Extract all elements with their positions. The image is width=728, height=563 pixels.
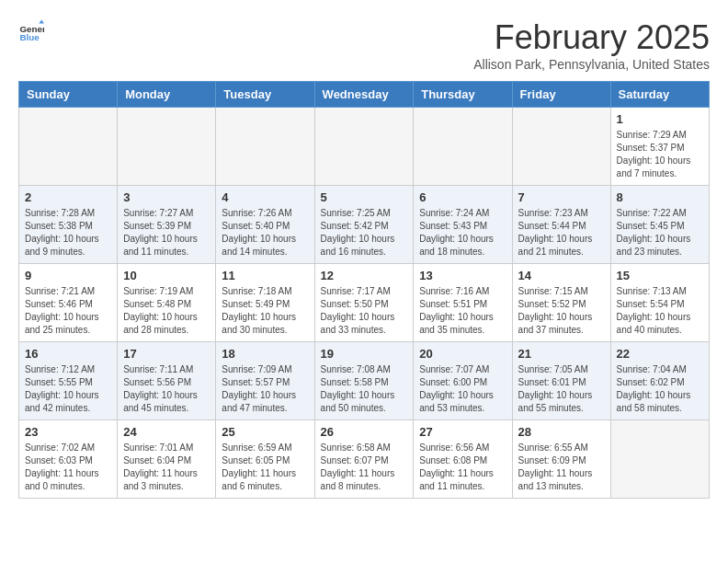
day-number: 5 xyxy=(321,190,408,204)
calendar-day: 20Sunrise: 7:07 AM Sunset: 6:00 PM Dayli… xyxy=(414,342,512,420)
day-info: Sunrise: 7:01 AM Sunset: 6:04 PM Dayligh… xyxy=(123,442,210,493)
day-info: Sunrise: 7:19 AM Sunset: 5:48 PM Dayligh… xyxy=(123,285,210,337)
calendar-day: 11Sunrise: 7:18 AM Sunset: 5:49 PM Dayli… xyxy=(216,264,314,342)
day-info: Sunrise: 7:21 AM Sunset: 5:46 PM Dayligh… xyxy=(25,285,111,337)
calendar-day: 18Sunrise: 7:09 AM Sunset: 5:57 PM Dayli… xyxy=(216,342,314,420)
day-number: 23 xyxy=(25,425,111,439)
calendar-day: 15Sunrise: 7:13 AM Sunset: 5:54 PM Dayli… xyxy=(610,264,709,342)
day-info: Sunrise: 7:15 AM Sunset: 5:52 PM Dayligh… xyxy=(518,285,605,337)
day-number: 25 xyxy=(222,425,308,439)
day-info: Sunrise: 7:27 AM Sunset: 5:39 PM Dayligh… xyxy=(123,207,210,259)
day-info: Sunrise: 7:11 AM Sunset: 5:56 PM Dayligh… xyxy=(123,363,210,415)
day-info: Sunrise: 7:04 AM Sunset: 6:02 PM Dayligh… xyxy=(617,363,703,415)
calendar-week-row: 23Sunrise: 7:02 AM Sunset: 6:03 PM Dayli… xyxy=(19,420,710,499)
day-number: 2 xyxy=(25,190,111,204)
day-number: 10 xyxy=(123,269,210,282)
calendar-day: 14Sunrise: 7:15 AM Sunset: 5:52 PM Dayli… xyxy=(512,264,610,342)
day-number: 3 xyxy=(123,190,210,204)
calendar-week-row: 1Sunrise: 7:29 AM Sunset: 5:37 PM Daylig… xyxy=(19,108,710,186)
logo: General Blue xyxy=(18,18,44,44)
calendar-day xyxy=(19,108,118,186)
calendar-day: 16Sunrise: 7:12 AM Sunset: 5:55 PM Dayli… xyxy=(19,342,118,420)
weekday-header-sunday: Sunday xyxy=(19,82,118,108)
day-info: Sunrise: 7:28 AM Sunset: 5:38 PM Dayligh… xyxy=(25,207,111,259)
day-info: Sunrise: 7:29 AM Sunset: 5:37 PM Dayligh… xyxy=(617,129,703,180)
day-info: Sunrise: 7:22 AM Sunset: 5:45 PM Dayligh… xyxy=(617,207,703,259)
weekday-header-row: SundayMondayTuesdayWednesdayThursdayFrid… xyxy=(19,82,710,108)
weekday-header-wednesday: Wednesday xyxy=(314,82,414,108)
calendar-day: 19Sunrise: 7:08 AM Sunset: 5:58 PM Dayli… xyxy=(314,342,414,420)
calendar-day: 1Sunrise: 7:29 AM Sunset: 5:37 PM Daylig… xyxy=(610,108,709,186)
calendar-week-row: 16Sunrise: 7:12 AM Sunset: 5:55 PM Dayli… xyxy=(19,342,710,420)
day-info: Sunrise: 7:24 AM Sunset: 5:43 PM Dayligh… xyxy=(419,207,506,259)
day-number: 16 xyxy=(25,347,111,361)
day-info: Sunrise: 7:23 AM Sunset: 5:44 PM Dayligh… xyxy=(518,207,605,259)
calendar-day xyxy=(414,108,512,186)
month-title: February 2025 xyxy=(473,18,710,57)
day-number: 11 xyxy=(222,269,308,282)
day-info: Sunrise: 7:05 AM Sunset: 6:01 PM Dayligh… xyxy=(518,363,605,415)
calendar-week-row: 9Sunrise: 7:21 AM Sunset: 5:46 PM Daylig… xyxy=(19,264,710,342)
day-info: Sunrise: 6:55 AM Sunset: 6:09 PM Dayligh… xyxy=(518,442,605,493)
day-number: 21 xyxy=(518,347,605,361)
day-info: Sunrise: 7:17 AM Sunset: 5:50 PM Dayligh… xyxy=(321,285,408,337)
day-number: 13 xyxy=(419,269,506,282)
weekday-header-friday: Friday xyxy=(512,82,610,108)
day-number: 9 xyxy=(25,269,111,282)
day-info: Sunrise: 7:13 AM Sunset: 5:54 PM Dayligh… xyxy=(617,285,703,337)
day-number: 14 xyxy=(518,269,605,282)
day-info: Sunrise: 6:58 AM Sunset: 6:07 PM Dayligh… xyxy=(321,442,408,493)
calendar-day: 23Sunrise: 7:02 AM Sunset: 6:03 PM Dayli… xyxy=(19,420,118,499)
calendar-table: SundayMondayTuesdayWednesdayThursdayFrid… xyxy=(18,81,710,499)
page-header: General Blue February 2025 Allison Park,… xyxy=(18,18,710,72)
calendar-day xyxy=(610,420,709,499)
day-number: 6 xyxy=(419,190,506,204)
weekday-header-saturday: Saturday xyxy=(610,82,709,108)
day-info: Sunrise: 7:16 AM Sunset: 5:51 PM Dayligh… xyxy=(419,285,506,337)
day-info: Sunrise: 7:25 AM Sunset: 5:42 PM Dayligh… xyxy=(321,207,408,259)
day-number: 24 xyxy=(123,425,210,439)
calendar-day: 6Sunrise: 7:24 AM Sunset: 5:43 PM Daylig… xyxy=(414,186,512,264)
calendar-day: 24Sunrise: 7:01 AM Sunset: 6:04 PM Dayli… xyxy=(118,420,216,499)
day-number: 27 xyxy=(419,425,506,439)
calendar-day xyxy=(314,108,414,186)
day-number: 7 xyxy=(518,190,605,204)
calendar-day: 10Sunrise: 7:19 AM Sunset: 5:48 PM Dayli… xyxy=(118,264,216,342)
location: Allison Park, Pennsylvania, United State… xyxy=(473,57,710,72)
svg-marker-2 xyxy=(39,19,44,23)
calendar-day: 12Sunrise: 7:17 AM Sunset: 5:50 PM Dayli… xyxy=(314,264,414,342)
day-info: Sunrise: 7:26 AM Sunset: 5:40 PM Dayligh… xyxy=(222,207,308,259)
title-block: February 2025 Allison Park, Pennsylvania… xyxy=(473,18,710,72)
day-info: Sunrise: 6:59 AM Sunset: 6:05 PM Dayligh… xyxy=(222,442,308,493)
calendar-day: 2Sunrise: 7:28 AM Sunset: 5:38 PM Daylig… xyxy=(19,186,118,264)
day-number: 22 xyxy=(617,347,703,361)
calendar-day: 9Sunrise: 7:21 AM Sunset: 5:46 PM Daylig… xyxy=(19,264,118,342)
day-number: 20 xyxy=(419,347,506,361)
day-number: 4 xyxy=(222,190,308,204)
day-info: Sunrise: 7:12 AM Sunset: 5:55 PM Dayligh… xyxy=(25,363,111,415)
day-info: Sunrise: 7:09 AM Sunset: 5:57 PM Dayligh… xyxy=(222,363,308,415)
calendar-day: 27Sunrise: 6:56 AM Sunset: 6:08 PM Dayli… xyxy=(414,420,512,499)
day-number: 26 xyxy=(321,425,408,439)
weekday-header-tuesday: Tuesday xyxy=(216,82,314,108)
day-number: 8 xyxy=(617,190,703,204)
svg-text:Blue: Blue xyxy=(19,32,40,42)
calendar-day: 25Sunrise: 6:59 AM Sunset: 6:05 PM Dayli… xyxy=(216,420,314,499)
calendar-day xyxy=(216,108,314,186)
day-info: Sunrise: 7:02 AM Sunset: 6:03 PM Dayligh… xyxy=(25,442,111,493)
day-number: 18 xyxy=(222,347,308,361)
weekday-header-monday: Monday xyxy=(118,82,216,108)
weekday-header-thursday: Thursday xyxy=(414,82,512,108)
calendar-day: 5Sunrise: 7:25 AM Sunset: 5:42 PM Daylig… xyxy=(314,186,414,264)
calendar-day: 17Sunrise: 7:11 AM Sunset: 5:56 PM Dayli… xyxy=(118,342,216,420)
calendar-day: 28Sunrise: 6:55 AM Sunset: 6:09 PM Dayli… xyxy=(512,420,610,499)
calendar-day: 8Sunrise: 7:22 AM Sunset: 5:45 PM Daylig… xyxy=(610,186,709,264)
day-number: 19 xyxy=(321,347,408,361)
calendar-day: 3Sunrise: 7:27 AM Sunset: 5:39 PM Daylig… xyxy=(118,186,216,264)
day-number: 17 xyxy=(123,347,210,361)
day-info: Sunrise: 6:56 AM Sunset: 6:08 PM Dayligh… xyxy=(419,442,506,493)
day-number: 15 xyxy=(617,269,703,282)
day-info: Sunrise: 7:08 AM Sunset: 5:58 PM Dayligh… xyxy=(321,363,408,415)
logo-icon: General Blue xyxy=(18,18,44,44)
day-number: 12 xyxy=(321,269,408,282)
